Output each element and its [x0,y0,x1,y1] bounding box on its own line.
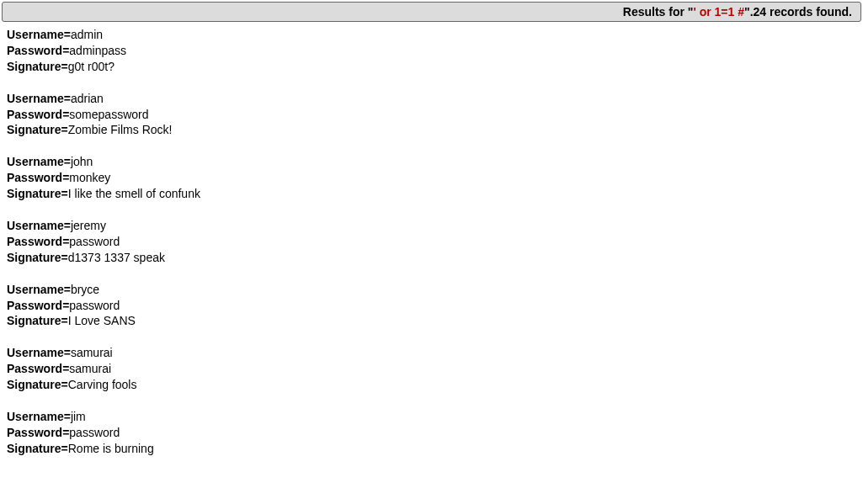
signature-label: Signature= [7,123,68,136]
record-field-username: Username=jeremy [7,218,863,234]
record: Username=jimPassword=passwordSignature=R… [7,409,863,457]
username-value: bryce [71,283,99,296]
results-header: Results for "' or 1=1 #".24 records foun… [2,2,861,22]
username-label: Username= [7,346,71,359]
signature-label: Signature= [7,60,68,73]
signature-label: Signature= [7,187,68,200]
signature-value: Rome is burning [68,442,154,455]
signature-value: d1373 1337 speak [68,251,165,264]
password-value: monkey [69,171,110,184]
record-field-signature: Signature=Rome is burning [7,441,863,457]
record-field-password: Password=monkey [7,170,863,186]
record: Username=johnPassword=monkeySignature=I … [7,154,863,202]
username-label: Username= [7,92,71,105]
password-value: somepassword [69,108,148,121]
record-field-signature: Signature=I like the smell of confunk [7,186,863,202]
signature-value: I like the smell of confunk [68,187,200,200]
record-field-signature: Signature=Zombie Films Rock! [7,122,863,138]
password-label: Password= [7,426,69,439]
signature-value: Zombie Films Rock! [68,123,173,136]
record: Username=samuraiPassword=samuraiSignatur… [7,345,863,393]
signature-label: Signature= [7,442,68,455]
records-list: Username=adminPassword=adminpassSignatur… [0,27,863,457]
results-header-prefix: Results for " [623,5,694,19]
username-value: admin [71,28,103,41]
password-value: password [69,235,120,248]
password-value: adminpass [69,44,126,57]
signature-value: I Love SANS [68,314,136,327]
password-label: Password= [7,171,69,184]
record-field-username: Username=admin [7,27,863,43]
record: Username=adrianPassword=somepasswordSign… [7,91,863,139]
record: Username=adminPassword=adminpassSignatur… [7,27,863,75]
password-value: password [69,426,120,439]
record-field-password: Password=adminpass [7,43,863,59]
signature-label: Signature= [7,378,68,391]
record-field-username: Username=samurai [7,345,863,361]
username-label: Username= [7,283,71,296]
record-field-username: Username=adrian [7,91,863,107]
record-field-signature: Signature=d1373 1337 speak [7,250,863,266]
record-field-signature: Signature=Carving fools [7,377,863,393]
results-header-query: ' or 1=1 # [693,5,744,19]
record-field-username: Username=john [7,154,863,170]
record: Username=jeremyPassword=passwordSignatur… [7,218,863,266]
signature-label: Signature= [7,251,68,264]
record-field-signature: Signature=g0t r00t? [7,59,863,75]
signature-value: g0t r00t? [68,60,115,73]
results-header-suffix: ".24 records found. [744,5,852,19]
username-label: Username= [7,155,71,168]
record-field-password: Password=password [7,298,863,314]
signature-value: Carving fools [68,378,137,391]
username-label: Username= [7,219,71,232]
record: Username=brycePassword=passwordSignature… [7,282,863,330]
password-value: password [69,299,120,312]
password-label: Password= [7,235,69,248]
record-field-password: Password=password [7,425,863,441]
password-label: Password= [7,44,69,57]
password-label: Password= [7,362,69,375]
password-label: Password= [7,299,69,312]
username-value: adrian [71,92,104,105]
signature-label: Signature= [7,314,68,327]
password-value: samurai [69,362,111,375]
record-field-username: Username=bryce [7,282,863,298]
password-label: Password= [7,108,69,121]
record-field-password: Password=samurai [7,361,863,377]
username-value: jim [71,410,86,423]
record-field-signature: Signature=I Love SANS [7,313,863,329]
record-field-password: Password=password [7,234,863,250]
username-value: jeremy [71,219,106,232]
username-value: john [71,155,93,168]
username-label: Username= [7,28,71,41]
record-field-password: Password=somepassword [7,107,863,123]
username-label: Username= [7,410,71,423]
record-field-username: Username=jim [7,409,863,425]
username-value: samurai [71,346,113,359]
